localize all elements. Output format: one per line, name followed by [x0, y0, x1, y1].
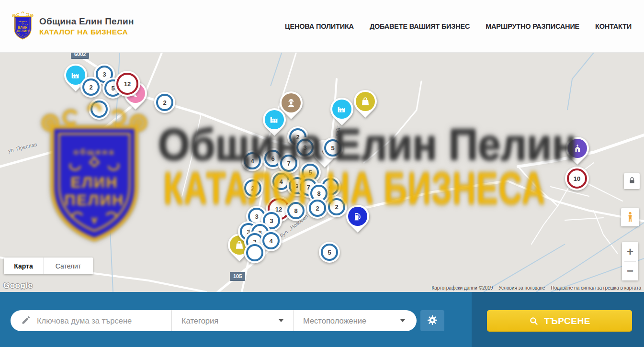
cluster-count: 10	[567, 168, 587, 189]
search-button[interactable]: ТЪРСЕНЕ	[487, 310, 632, 332]
keyword-search-input[interactable]	[37, 316, 157, 325]
search-button-label: ТЪРСЕНЕ	[544, 316, 590, 326]
road-number-badge: 105	[230, 272, 245, 281]
pencil-icon	[21, 315, 31, 327]
header: община ЕЛИН ПЕЛИН Община Елин Пелин КАТА…	[0, 0, 644, 53]
zoom-out-button[interactable]: −	[622, 262, 638, 281]
search-group: Категория Местоположение	[11, 310, 417, 331]
cluster-marker[interactable]: 3	[294, 137, 316, 158]
cluster-count	[246, 244, 263, 261]
cluster-count: 5	[324, 139, 341, 157]
cluster-marker[interactable]: 8	[285, 200, 306, 221]
svg-text:ЕЛИН: ЕЛИН	[18, 26, 28, 29]
worker-icon	[286, 98, 296, 108]
map-attribution: Картографски данни ©2019 Условия за полз…	[431, 285, 641, 291]
road-number-badge: 6002	[71, 53, 89, 59]
cluster-count: 12	[116, 73, 138, 95]
search-bar: Категория Местоположение ТЪРСЕНЕ	[0, 292, 644, 347]
cluster-count: 4	[244, 152, 261, 169]
nav-item-contacts[interactable]: КОНТАКТИ	[595, 22, 632, 30]
zoom-control: + −	[622, 242, 638, 280]
cluster-marker[interactable]: 12	[114, 71, 140, 97]
cluster-marker[interactable]: 2	[326, 196, 347, 217]
brand-text: Община Елин Пелин КАТАЛОГ НА БИЗНЕСА	[39, 16, 134, 36]
category-select[interactable]: Категория	[171, 310, 293, 331]
padlock-icon	[628, 176, 636, 186]
location-select[interactable]: Местоположение	[293, 310, 415, 331]
cluster-count: 3	[296, 139, 314, 156]
chevron-down-icon	[279, 319, 283, 322]
cluster-count: 2	[309, 200, 326, 217]
pegman-icon	[624, 211, 636, 224]
cluster-marker[interactable]: 10	[565, 167, 589, 190]
brand[interactable]: община ЕЛИН ПЕЛИН Община Елин Пелин КАТА…	[11, 11, 134, 41]
magnifier-icon	[529, 316, 539, 326]
attribution-copyright: Картографски данни ©2019	[431, 285, 493, 291]
site-subtitle: КАТАЛОГ НА БИЗНЕСА	[39, 28, 134, 36]
site-title: Община Елин Пелин	[39, 16, 134, 27]
factory-icon	[70, 70, 81, 80]
google-logo[interactable]: Google	[3, 281, 33, 291]
cluster-count: 2	[156, 94, 173, 111]
cluster-count: 7	[280, 155, 297, 172]
gear-icon	[427, 314, 438, 327]
cluster-count: 4	[262, 232, 280, 249]
cluster-marker[interactable]: 2	[154, 92, 175, 113]
cluster-count: 5	[321, 244, 338, 261]
cluster-count: 2	[328, 198, 345, 215]
location-select-value: Местоположение	[303, 316, 366, 325]
factory-icon	[269, 114, 280, 125]
page: община ЕЛИН ПЕЛИН Община Елин Пелин КАТА…	[0, 0, 644, 347]
map-view-button[interactable]: Карта	[4, 257, 43, 274]
factory-icon	[337, 104, 347, 114]
cluster-marker[interactable]: 2	[307, 198, 328, 219]
nav-item-add-business[interactable]: ДОБАВЕТЕ ВАШИЯТ БИЗНЕС	[370, 22, 470, 30]
keyword-field-wrap	[11, 310, 171, 331]
nav-item-pricing[interactable]: ЦЕНОВА ПОЛИТИКА	[285, 22, 354, 30]
svg-text:община: община	[19, 21, 27, 22]
zoom-in-button[interactable]: +	[622, 242, 638, 261]
street-view-pegman-button[interactable]	[621, 208, 639, 226]
cluster-marker[interactable]	[89, 99, 110, 120]
bag-icon	[360, 96, 371, 107]
cluster-marker[interactable]: 2	[242, 178, 263, 199]
cluster-marker[interactable]: 4	[242, 150, 263, 171]
nav-item-schedule[interactable]: МАРШРУТНО РАЗПИСАНИЕ	[486, 22, 579, 30]
cluster-marker[interactable]	[244, 242, 265, 263]
report-error-link[interactable]: Подаване на сигнал за грешка в картата	[551, 285, 641, 291]
bag-icon	[234, 240, 245, 250]
cluster-marker[interactable]: 5	[319, 242, 340, 263]
cluster-count: 2	[82, 78, 100, 96]
cluster-count	[90, 101, 108, 118]
cluster-marker[interactable]: 5	[322, 137, 343, 158]
map-type-switch: Карта Сателит	[4, 257, 93, 274]
fuel-icon	[352, 211, 363, 222]
church-icon	[572, 143, 583, 154]
cluster-count: 2	[244, 179, 261, 197]
satellite-view-button[interactable]: Сателит	[43, 257, 93, 274]
terms-link[interactable]: Условия за ползване	[498, 285, 545, 291]
chevron-down-icon	[400, 319, 405, 322]
main-nav: ЦЕНОВА ПОЛИТИКА ДОБАВЕТЕ ВАШИЯТ БИЗНЕС М…	[285, 22, 632, 30]
cluster-marker[interactable]: 2	[80, 77, 102, 98]
svg-text:ПЕЛИН: ПЕЛИН	[17, 29, 29, 33]
municipality-crest-logo-icon: община ЕЛИН ПЕЛИН	[11, 11, 34, 41]
map-canvas[interactable]: ул. Преславбул. „Новоселлий"6002105 3251…	[0, 53, 644, 292]
category-select-value: Категория	[181, 316, 218, 325]
lock-button[interactable]	[624, 173, 640, 189]
advanced-search-button[interactable]	[420, 310, 444, 331]
cluster-count: 8	[287, 202, 305, 219]
